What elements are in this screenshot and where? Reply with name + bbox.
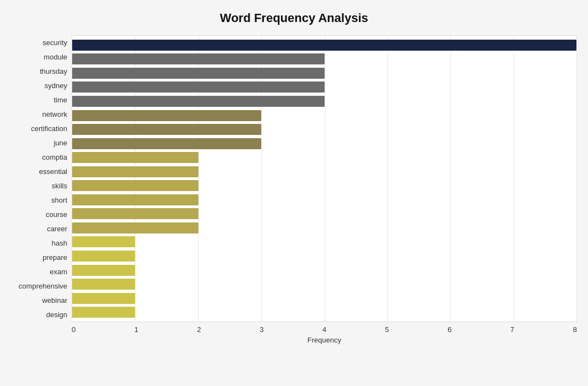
bar — [72, 251, 135, 262]
x-tick: 4 — [322, 325, 326, 334]
y-label: module — [11, 53, 67, 61]
x-axis-ticks: 012345678 — [72, 325, 577, 334]
bar-row — [72, 122, 576, 137]
y-label: short — [11, 197, 67, 204]
y-label: skills — [11, 182, 67, 189]
bar-row — [72, 263, 576, 278]
bar-row — [72, 137, 576, 151]
bar — [72, 96, 325, 107]
x-tick: 5 — [385, 325, 389, 334]
y-label: june — [11, 139, 67, 146]
y-axis: securitymodulethursdaysydneytimenetworkc… — [11, 35, 72, 322]
x-tick: 6 — [447, 325, 451, 334]
x-tick: 0 — [72, 325, 75, 334]
bar — [72, 53, 325, 64]
bar — [72, 152, 198, 163]
bar-row — [72, 277, 576, 291]
bar-row — [72, 193, 576, 207]
bar-row — [72, 80, 576, 95]
x-tick: 2 — [197, 325, 201, 334]
bar — [72, 180, 198, 191]
bar — [72, 293, 135, 304]
bar — [72, 236, 135, 247]
bar-row — [72, 38, 576, 52]
y-label: essential — [11, 168, 67, 175]
y-label: security — [11, 39, 67, 46]
y-label: comprehensive — [11, 282, 67, 290]
bar-row — [72, 150, 576, 165]
bar — [72, 194, 198, 205]
x-tick: 8 — [573, 325, 577, 334]
bar — [72, 138, 261, 149]
x-axis-label: Frequency — [72, 336, 577, 344]
y-label: career — [11, 225, 67, 232]
bar — [72, 307, 135, 318]
y-label: thursday — [11, 68, 67, 75]
bar-row — [72, 235, 576, 249]
bars-wrapper — [72, 36, 576, 322]
bar — [72, 110, 261, 121]
y-label: sydney — [11, 82, 67, 89]
bar-row — [72, 66, 576, 80]
bar-row — [72, 165, 576, 179]
bar-row — [72, 108, 576, 123]
chart-container: Word Frequency Analysis securitymoduleth… — [0, 0, 588, 386]
x-tick: 7 — [510, 325, 514, 334]
bar-row — [72, 221, 576, 235]
bar — [72, 166, 198, 177]
y-label: time — [11, 96, 67, 104]
bar-row — [72, 291, 576, 306]
y-label: hash — [11, 240, 67, 247]
bar — [72, 265, 135, 276]
y-label: course — [11, 211, 67, 218]
bar — [72, 68, 325, 79]
x-tick: 1 — [134, 325, 138, 334]
bar-row — [72, 52, 576, 67]
bar-row — [72, 305, 576, 319]
y-label: webinar — [11, 297, 67, 304]
bar-row — [72, 178, 576, 193]
y-label: network — [11, 111, 67, 118]
y-label: prepare — [11, 254, 67, 261]
grid-line — [576, 36, 577, 322]
bar — [72, 222, 198, 233]
bar-row — [72, 207, 576, 221]
y-label: certification — [11, 125, 67, 132]
bar-row — [72, 94, 576, 108]
bar-row — [72, 249, 576, 263]
chart-area: securitymodulethursdaysydneytimenetworkc… — [11, 35, 577, 322]
bar — [72, 279, 135, 290]
y-label: design — [11, 311, 67, 318]
plot-area — [72, 35, 577, 322]
y-label: exam — [11, 268, 67, 275]
chart-title: Word Frequency Analysis — [11, 11, 577, 25]
bar — [72, 40, 576, 51]
x-tick: 3 — [260, 325, 263, 334]
bar — [72, 208, 198, 219]
bar — [72, 81, 325, 93]
y-label: comptia — [11, 154, 67, 161]
bar — [72, 124, 261, 135]
